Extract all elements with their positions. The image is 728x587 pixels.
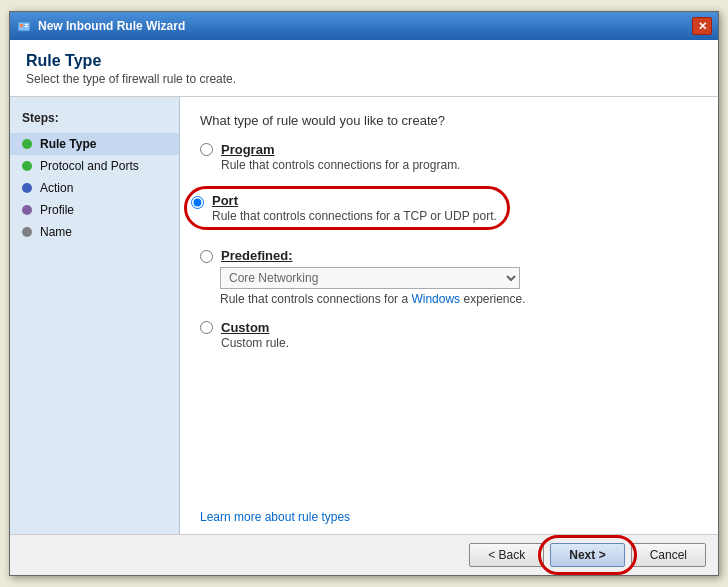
- window-title: New Inbound Rule Wizard: [38, 19, 692, 33]
- next-button[interactable]: Next >: [550, 543, 624, 567]
- next-btn-wrapper: Next >: [550, 543, 624, 567]
- dot-icon-profile: [22, 205, 32, 215]
- predefined-row: Predefined:: [200, 248, 293, 263]
- close-button[interactable]: ✕: [692, 17, 712, 35]
- sidebar-label-profile: Profile: [40, 203, 74, 217]
- sidebar-title: Steps:: [10, 107, 179, 133]
- sidebar-item-name[interactable]: Name: [10, 221, 179, 243]
- svg-rect-3: [25, 26, 28, 27]
- wizard-window: New Inbound Rule Wizard ✕ Rule Type Sele…: [9, 11, 719, 576]
- option-port-label: Port: [212, 193, 497, 208]
- option-program: Program Rule that controls connections f…: [200, 142, 698, 172]
- svg-rect-2: [25, 24, 28, 25]
- sidebar: Steps: Rule Type Protocol and Ports Acti…: [10, 97, 180, 534]
- dot-icon-rule-type: [22, 139, 32, 149]
- sidebar-item-profile[interactable]: Profile: [10, 199, 179, 221]
- middle-content: Steps: Rule Type Protocol and Ports Acti…: [10, 97, 718, 534]
- predefined-select[interactable]: Core Networking: [220, 267, 520, 289]
- dot-icon-action: [22, 183, 32, 193]
- sidebar-item-rule-type[interactable]: Rule Type: [10, 133, 179, 155]
- svg-rect-1: [20, 24, 23, 27]
- option-program-content: Program Rule that controls connections f…: [221, 142, 460, 172]
- sidebar-item-action[interactable]: Action: [10, 177, 179, 199]
- page-title: Rule Type: [26, 52, 702, 70]
- cancel-button[interactable]: Cancel: [631, 543, 706, 567]
- question-text: What type of rule would you like to crea…: [180, 97, 718, 138]
- back-button[interactable]: < Back: [469, 543, 544, 567]
- right-panel: What type of rule would you like to crea…: [180, 97, 718, 534]
- radio-custom[interactable]: [200, 321, 213, 334]
- options-area: Program Rule that controls connections f…: [180, 138, 718, 510]
- option-predefined: Predefined: Core Networking Rule that co…: [200, 248, 698, 306]
- sidebar-label-protocol-ports: Protocol and Ports: [40, 159, 139, 173]
- option-port: Port Rule that controls connections for …: [200, 186, 698, 230]
- option-custom-label: Custom: [221, 320, 289, 335]
- radio-predefined[interactable]: [200, 250, 213, 263]
- option-program-desc: Rule that controls connections for a pro…: [221, 158, 460, 172]
- dot-icon-protocol-ports: [22, 161, 32, 171]
- option-custom-content: Custom Custom rule.: [221, 320, 289, 350]
- sidebar-label-action: Action: [40, 181, 73, 195]
- sidebar-label-name: Name: [40, 225, 72, 239]
- sidebar-label-rule-type: Rule Type: [40, 137, 96, 151]
- title-bar: New Inbound Rule Wizard ✕: [10, 12, 718, 40]
- window-icon: [16, 18, 32, 34]
- option-predefined-desc: Rule that controls connections for a Win…: [220, 292, 526, 306]
- option-port-content: Port Rule that controls connections for …: [212, 193, 497, 223]
- learn-more-link[interactable]: Learn more about rule types: [200, 510, 350, 524]
- port-highlight-ring: Port Rule that controls connections for …: [184, 186, 510, 230]
- radio-port[interactable]: [191, 196, 204, 209]
- radio-program[interactable]: [200, 143, 213, 156]
- page-subtitle: Select the type of firewall rule to crea…: [26, 72, 702, 86]
- svg-rect-0: [18, 22, 30, 31]
- option-custom-desc: Custom rule.: [221, 336, 289, 350]
- footer: < Back Next > Cancel: [10, 534, 718, 575]
- windows-link[interactable]: Windows: [411, 292, 460, 306]
- predefined-sub: Core Networking Rule that controls conne…: [220, 263, 526, 306]
- page-header: Rule Type Select the type of firewall ru…: [10, 40, 718, 97]
- option-program-label: Program: [221, 142, 460, 157]
- option-port-desc: Rule that controls connections for a TCP…: [212, 209, 497, 223]
- sidebar-item-protocol-ports[interactable]: Protocol and Ports: [10, 155, 179, 177]
- option-custom: Custom Custom rule.: [200, 320, 698, 350]
- option-predefined-label: Predefined:: [221, 248, 293, 263]
- dot-icon-name: [22, 227, 32, 237]
- learn-more-section: Learn more about rule types: [180, 510, 718, 534]
